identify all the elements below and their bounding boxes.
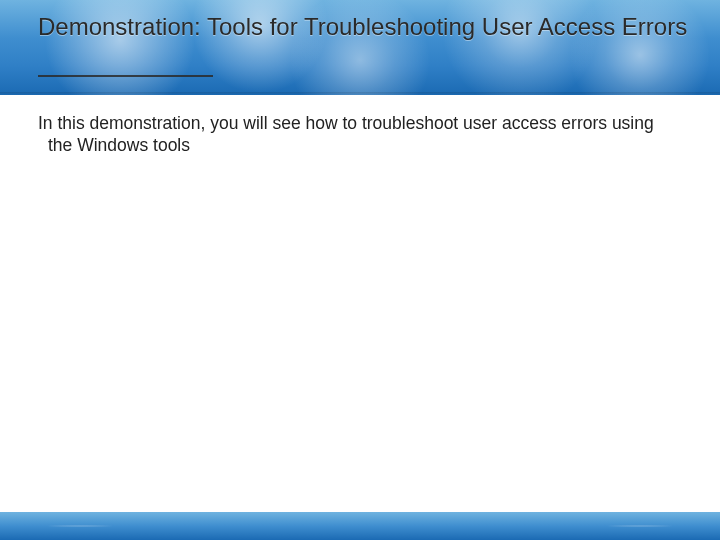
slide-body-text: In this demonstration, you will see how … [38, 112, 680, 156]
footer-band [0, 512, 720, 540]
slide: Demonstration: Tools for Troubleshooting… [0, 0, 720, 540]
slide-title: Demonstration: Tools for Troubleshooting… [38, 12, 690, 42]
title-underline [38, 75, 213, 77]
